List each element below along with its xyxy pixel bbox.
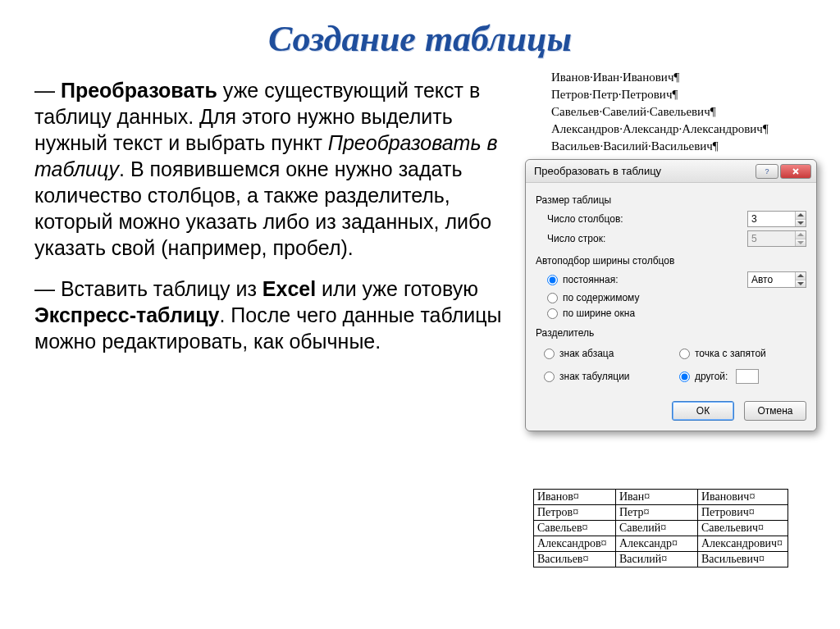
name-line: Петров·Петр·Петрович¶ [551, 86, 769, 103]
sep-semi-label: точка с запятой [695, 348, 766, 359]
fixed-width-spinner[interactable] [747, 271, 806, 288]
name-line: Васильев·Василий·Васильевич¶ [551, 138, 769, 155]
spinner-up-icon[interactable] [796, 212, 806, 220]
close-button[interactable] [780, 164, 811, 179]
name-line: Иванов·Иван·Иванович¶ [551, 69, 769, 86]
convert-to-table-dialog: Преобразовать в таблицу ? Размер таблицы… [525, 159, 817, 431]
radio-sep-para[interactable] [544, 349, 555, 359]
svg-marker-2 [797, 221, 804, 225]
svg-marker-4 [797, 241, 804, 244]
p2-dash: — Вставить таблицу из [34, 277, 262, 300]
p2-strong1: Excel [262, 277, 316, 300]
sep-other-label: другой: [695, 371, 728, 382]
cancel-button[interactable]: Отмена [744, 401, 806, 421]
cols-input[interactable] [748, 212, 795, 226]
table-row: Петров¤ Петр¤ Петрович¤ [534, 505, 788, 521]
paragraph-1: — Преобразовать уже существующий текст в… [34, 77, 507, 261]
sep-other-input[interactable] [736, 369, 759, 384]
names-list: Иванов·Иван·Иванович¶ Петров·Петр·Петров… [551, 69, 769, 155]
cols-row: Число столбцов: [547, 211, 806, 227]
cell: Савельевич¤ [698, 521, 788, 536]
svg-marker-5 [797, 274, 804, 277]
autofit-window-option[interactable]: по ширине окна [547, 308, 806, 319]
radio-fixed[interactable] [547, 275, 558, 285]
sep-semicolon-option[interactable]: точка с запятой [679, 348, 806, 359]
result-table: Иванов¤ Иван¤ Иванович¤ Петров¤ Петр¤ Пе… [533, 489, 788, 567]
name-line: Александров·Александр·Александрович¶ [551, 121, 769, 138]
sep-other-option[interactable]: другой: [679, 369, 806, 384]
cell: Петрович¤ [698, 505, 788, 521]
cell: Иван¤ [616, 490, 698, 505]
cell: Василий¤ [616, 552, 698, 567]
p2-strong2: Экспресс-таблицу [34, 303, 219, 326]
rows-label: Число строк: [547, 233, 747, 244]
cell: Савельев¤ [534, 521, 616, 536]
p1-dash: — [34, 79, 61, 102]
p1-strong1: Преобразовать [61, 79, 217, 102]
svg-text:?: ? [765, 167, 769, 175]
cell: Иванович¤ [698, 490, 788, 505]
spinner-down-icon[interactable] [796, 280, 806, 288]
spinner-up-icon[interactable] [796, 272, 806, 280]
autofit-window-label: по ширине окна [563, 308, 635, 319]
rows-input [748, 231, 795, 246]
fixed-width-input[interactable] [748, 272, 795, 287]
radio-sep-other[interactable] [679, 371, 690, 382]
autofit-fixed-label: постоянная: [563, 274, 742, 285]
cell: Васильевич¤ [698, 552, 788, 567]
cell: Александров¤ [534, 536, 616, 552]
body-text: — Преобразовать уже существующий текст в… [34, 77, 507, 369]
p2-t1: или уже готовую [316, 277, 478, 300]
size-section-label: Размер таблицы [536, 194, 806, 206]
svg-marker-6 [797, 282, 804, 285]
help-button[interactable]: ? [756, 164, 778, 179]
autofit-fixed-option[interactable]: постоянная: [547, 271, 806, 288]
cell: Иванов¤ [534, 490, 616, 505]
sep-tab-option[interactable]: знак табуляции [544, 369, 671, 384]
cell: Петров¤ [534, 505, 616, 521]
sep-para-label: знак абзаца [559, 348, 614, 359]
table-row: Александров¤ Александр¤ Александрович¤ [534, 536, 788, 552]
cell: Васильев¤ [534, 552, 616, 567]
sep-paragraph-option[interactable]: знак абзаца [544, 348, 671, 359]
rows-spinner [747, 230, 806, 247]
name-line: Савельев·Савелий·Савельевич¶ [551, 103, 769, 121]
autofit-content-option[interactable]: по содержимому [547, 292, 806, 303]
table-row: Васильев¤ Василий¤ Васильевич¤ [534, 552, 788, 567]
svg-marker-1 [797, 213, 804, 217]
dialog-body: Размер таблицы Число столбцов: Число стр… [526, 183, 816, 431]
radio-sep-semi[interactable] [679, 349, 690, 359]
sep-tab-label: знак табуляции [559, 371, 630, 382]
page-title: Создание таблицы [0, 18, 840, 60]
spinner-down-icon [796, 239, 806, 247]
cell: Савелий¤ [616, 521, 698, 536]
table-row: Савельев¤ Савелий¤ Савельевич¤ [534, 521, 788, 536]
cols-label: Число столбцов: [547, 213, 747, 225]
autofit-content-label: по содержимому [563, 292, 639, 303]
separator-section-label: Разделитель [536, 327, 806, 339]
ok-button[interactable]: ОК [672, 401, 734, 421]
spinner-down-icon[interactable] [796, 220, 806, 227]
autofit-section-label: Автоподбор ширины столбцов [536, 255, 806, 267]
cell: Александрович¤ [698, 536, 788, 552]
radio-sep-tab[interactable] [544, 371, 555, 382]
dialog-titlebar: Преобразовать в таблицу ? [526, 160, 816, 183]
paragraph-2: — Вставить таблицу из Excel или уже гото… [34, 276, 507, 354]
radio-content[interactable] [547, 293, 558, 303]
spinner-up-icon [796, 231, 806, 239]
table-row: Иванов¤ Иван¤ Иванович¤ [534, 490, 788, 505]
svg-marker-3 [797, 233, 804, 236]
cell: Петр¤ [616, 505, 698, 521]
cell: Александр¤ [616, 536, 698, 552]
radio-window[interactable] [547, 308, 558, 319]
cols-spinner[interactable] [747, 211, 806, 227]
rows-row: Число строк: [547, 230, 806, 247]
dialog-title-text: Преобразовать в таблицу [534, 165, 756, 177]
